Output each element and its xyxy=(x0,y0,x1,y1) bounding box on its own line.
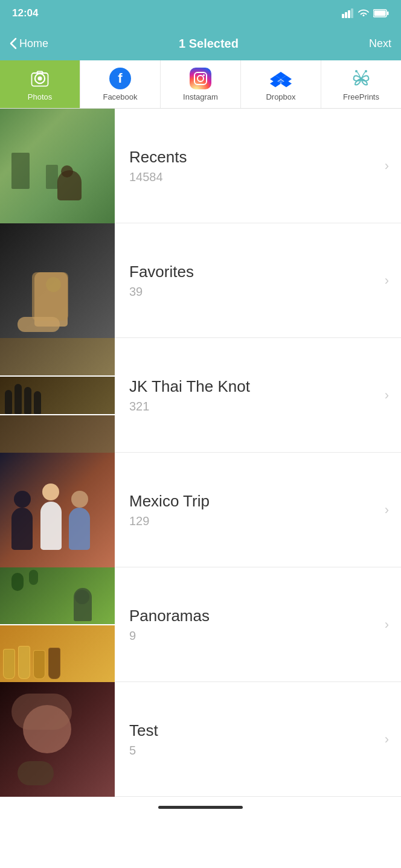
tab-photos-label: Photos xyxy=(28,92,52,101)
wifi-icon xyxy=(358,8,370,18)
tab-facebook[interactable]: f Facebook xyxy=(80,60,161,108)
svg-rect-2 xyxy=(348,10,350,18)
home-label: Home xyxy=(19,37,48,50)
album-count-jkthai: 321 xyxy=(129,400,370,413)
album-name-mexico: Mexico Trip xyxy=(129,492,370,511)
tab-instagram[interactable]: Instagram xyxy=(161,60,241,108)
album-item-jkthai[interactable]: JK Thai The Knot 321 › xyxy=(0,338,401,453)
chevron-favorites-icon: › xyxy=(385,273,401,289)
album-list: Recents 14584 › Favorites 39 › xyxy=(0,109,401,797)
album-name-recents: Recents xyxy=(129,148,370,167)
nav-title: 1 Selected xyxy=(179,37,239,51)
svg-rect-3 xyxy=(351,8,353,18)
album-count-panoramas: 9 xyxy=(129,629,370,643)
svg-rect-6 xyxy=(374,11,386,16)
signal-icon xyxy=(342,8,354,18)
album-thumb-mexico xyxy=(0,453,115,567)
status-bar: 12:04 xyxy=(0,0,401,27)
facebook-icon: f xyxy=(109,68,131,89)
album-count-mexico: 129 xyxy=(129,514,370,528)
chevron-recents-icon: › xyxy=(385,158,401,174)
album-count-test: 5 xyxy=(129,744,370,758)
source-tabs: Photos f Facebook Instagram Dropbo xyxy=(0,60,401,109)
home-indicator xyxy=(0,797,401,817)
album-item-favorites[interactable]: Favorites 39 › xyxy=(0,223,401,338)
album-info-favorites: Favorites 39 xyxy=(115,263,385,299)
svg-rect-5 xyxy=(387,11,389,15)
tab-instagram-label: Instagram xyxy=(183,92,218,101)
album-info-mexico: Mexico Trip 129 xyxy=(115,492,385,528)
battery-icon xyxy=(373,9,389,18)
album-info-jkthai: JK Thai The Knot 321 xyxy=(115,377,385,413)
chevron-test-icon: › xyxy=(385,732,401,747)
album-name-favorites: Favorites xyxy=(129,263,370,281)
tab-freeprints-label: FreePrints xyxy=(343,92,379,101)
chevron-panoramas-icon: › xyxy=(385,617,401,633)
status-icons xyxy=(342,8,389,18)
album-info-test: Test 5 xyxy=(115,721,385,758)
album-count-favorites: 39 xyxy=(129,285,370,299)
tab-dropbox[interactable]: Dropbox xyxy=(241,60,321,108)
next-button[interactable]: Next xyxy=(369,37,391,50)
svg-point-11 xyxy=(365,70,367,72)
album-info-panoramas: Panoramas 9 xyxy=(115,607,385,643)
svg-rect-1 xyxy=(345,12,347,18)
butterfly-icon xyxy=(350,68,372,89)
svg-point-10 xyxy=(355,70,358,72)
album-item-mexico[interactable]: Mexico Trip 129 › xyxy=(0,453,401,567)
back-chevron-icon xyxy=(10,37,17,49)
home-bar xyxy=(158,806,243,809)
tab-photos[interactable]: Photos xyxy=(0,60,80,108)
instagram-icon xyxy=(190,68,211,89)
tab-freeprints[interactable]: FreePrints xyxy=(321,60,401,108)
album-thumb-favorites xyxy=(0,223,115,338)
dropbox-icon xyxy=(270,68,292,89)
album-name-test: Test xyxy=(129,721,370,740)
album-count-recents: 14584 xyxy=(129,170,370,184)
album-info-recents: Recents 14584 xyxy=(115,148,385,184)
album-item-recents[interactable]: Recents 14584 › xyxy=(0,109,401,223)
album-name-panoramas: Panoramas xyxy=(129,607,370,625)
chevron-jkthai-icon: › xyxy=(385,388,401,403)
camera-icon xyxy=(29,68,51,89)
album-item-test[interactable]: Test 5 › xyxy=(0,682,401,797)
tab-dropbox-label: Dropbox xyxy=(266,92,295,101)
svg-point-8 xyxy=(37,76,42,80)
status-time: 12:04 xyxy=(12,7,38,19)
album-item-panoramas[interactable]: Panoramas 9 › xyxy=(0,567,401,682)
album-name-jkthai: JK Thai The Knot xyxy=(129,377,370,396)
nav-bar: Home 1 Selected Next xyxy=(0,27,401,60)
album-thumb-recents xyxy=(0,109,115,223)
album-thumb-jkthai xyxy=(0,338,115,453)
album-thumb-panoramas xyxy=(0,567,115,682)
tab-facebook-label: Facebook xyxy=(103,92,137,101)
home-button[interactable]: Home xyxy=(10,37,48,50)
album-thumb-test xyxy=(0,682,115,797)
svg-rect-0 xyxy=(342,14,344,18)
chevron-mexico-icon: › xyxy=(385,502,401,518)
